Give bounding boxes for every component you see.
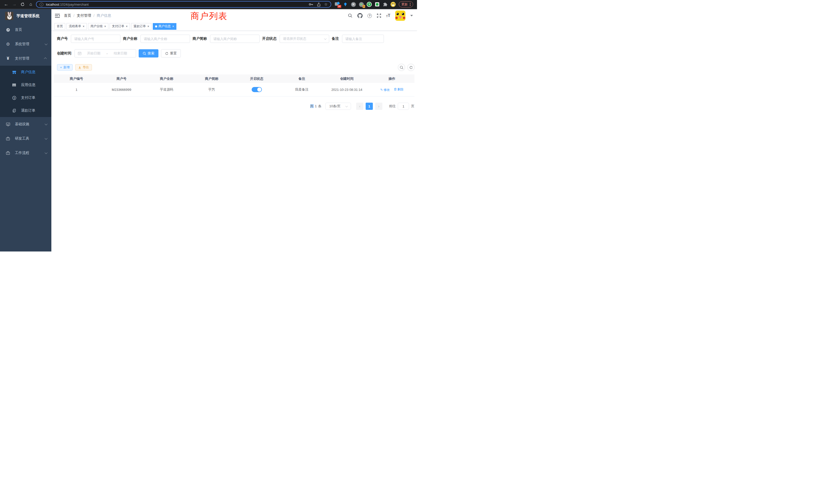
font-size-icon[interactable]: TT [386,14,390,18]
next-page-button[interactable]: › [375,102,382,110]
page-size-select[interactable]: 10条/页 [325,102,351,110]
tab-refund-order[interactable]: 退款订单 × [131,23,152,30]
breadcrumb-payment[interactable]: 支付管理 [77,13,91,18]
chevron-down-icon [45,151,47,154]
shop-icon [11,70,17,74]
sidebar-item-infrastructure[interactable]: 基础设施 [0,117,51,131]
briefcase-icon [5,137,11,141]
bookmark-star-icon[interactable]: ☆ [324,2,328,7]
tab-pay-order[interactable]: 支付订单 × [110,23,130,30]
merchant-no-input[interactable] [74,37,117,41]
tab-close-icon[interactable]: × [83,25,85,28]
browser-forward-button[interactable]: → [10,1,19,8]
refresh-table-button[interactable] [408,64,414,71]
extension-y-icon[interactable]: Y [367,2,372,7]
plus-icon: + [60,66,62,69]
header-search-icon[interactable] [348,13,353,18]
url-text: localhost:1024/pay/merchant [46,3,89,6]
extension-gem-icon[interactable] [343,2,348,7]
tab-close-icon[interactable]: × [172,25,174,28]
search-button[interactable]: 搜索 [139,49,158,58]
page-number-current[interactable]: 1 [366,102,373,110]
pagination-total: 共 1 条 [310,104,322,109]
user-avatar[interactable] [395,10,405,21]
meet-badge: 1 [363,5,365,8]
pagination-total-highlighted: 共 [310,104,314,108]
tab-close-icon[interactable]: × [126,25,128,28]
tags-view-bar: 首页 流程表单 × 用户分组 × 支付订单 × 退款订单 × 商户信息 × [51,22,417,31]
sidebar-item-label: 应用信息 [21,83,36,87]
extension-doc-icon[interactable] [375,2,380,7]
sidebar-logo-row[interactable]: 芋道管理系统 [0,9,51,23]
remark-input[interactable] [345,37,380,41]
export-button[interactable]: 导出 [75,64,92,71]
tab-label: 支付订单 [112,24,124,28]
toggle-search-button[interactable] [398,64,405,71]
goto-page-input[interactable] [398,102,409,110]
cell-create-time: 2021-10-23 08:31:14 [324,88,370,92]
sidebar-item-home[interactable]: 首页 [0,23,51,37]
edit-pencil-icon: ✎ [380,88,383,92]
url-bar[interactable]: i localhost:1024/pay/merchant ☆ [36,1,331,8]
add-button[interactable]: + 新增 [57,64,73,71]
full-name-input[interactable] [144,37,187,41]
extension-command-icon[interactable]: ⌘ [351,2,356,7]
extension-meet-icon[interactable]: 1 [359,2,364,7]
cell-merchant-id: 1 [54,88,99,92]
breadcrumb-home[interactable]: 首页 [64,13,71,18]
full-name-label: 商户全称 [123,37,140,41]
page-info-icon[interactable]: i [40,3,43,6]
tab-close-icon[interactable]: × [147,25,149,28]
documents-icon [11,109,17,113]
command-glyph: ⌘ [351,2,356,7]
cell-full-name: 芋道源码 [144,87,189,92]
sidebar-item-pay-order[interactable]: ¥ 支付订单 [0,91,51,104]
github-icon[interactable] [357,13,363,18]
browser-back-button[interactable]: ← [2,1,10,8]
tab-close-icon[interactable]: × [104,25,106,28]
reset-button[interactable]: 重置 [161,49,181,58]
fullscreen-icon[interactable] [377,13,381,18]
table-header: 开启状态 [234,76,279,81]
browser-toolbar: ← → ⌂ i localhost:1024/pay/merchant ☆ 10… [0,0,417,9]
table-header: 操作 [370,76,415,81]
sidebar-item-app-info[interactable]: 应用信息 [0,78,51,91]
sidebar-item-payment[interactable]: ¥ 支付管理 [0,51,51,66]
yen-circle-icon: ¥ [11,96,17,100]
browser-reload-button[interactable] [19,1,27,8]
tab-label: 商户信息 [158,24,171,28]
password-key-icon[interactable] [309,3,313,6]
sidebar-item-dev-tools[interactable]: 研发工具 [0,131,51,146]
share-icon[interactable] [317,3,321,6]
status-toggle[interactable] [251,87,262,92]
sidebar-item-system[interactable]: ⚙ 系统管理 [0,37,51,51]
edit-link[interactable]: ✎ 修改 [380,88,390,92]
monitor-icon [5,122,11,127]
tab-label: 用户分组 [90,24,103,28]
breadcrumb-separator: / [73,14,74,18]
extensions-puzzle-icon[interactable] [382,2,388,7]
help-icon[interactable]: ? [368,14,372,18]
tab-process-form[interactable]: 流程表单 × [66,23,87,30]
short-name-input[interactable] [213,37,256,41]
browser-profile-avatar[interactable] [391,2,396,7]
prev-page-button[interactable]: ‹ [356,102,363,110]
delete-link[interactable]: 删除 [394,87,404,92]
extension-grid-icon[interactable]: 10 [335,2,340,7]
avatar-dropdown-caret-icon[interactable] [410,15,413,17]
tab-user-group[interactable]: 用户分组 × [88,23,108,30]
tab-merchant-info[interactable]: 商户信息 × [153,23,176,30]
browser-home-button[interactable]: ⌂ [27,1,35,8]
sidebar-item-refund-order[interactable]: 退款订单 [0,104,51,117]
browser-update-button[interactable]: 更新 [399,1,413,7]
status-select-placeholder: 请选择开启状态 [283,37,306,41]
remark-label: 备注 [332,37,342,41]
status-select[interactable]: 请选择开启状态 [280,35,329,43]
browser-menu-icon[interactable] [410,3,411,6]
tab-home[interactable]: 首页 [54,23,65,30]
sidebar-item-workflow[interactable]: 工作流程 [0,146,51,160]
sidebar-toggle-hamburger-icon[interactable] [55,14,60,18]
create-time-range-picker[interactable]: 开始日期 - 结束日期 [74,49,136,58]
sidebar-item-merchant-info[interactable]: 商户信息 [0,66,51,78]
pagination: 共 1 条 10条/页 ‹ 1 › 前往 页 [54,102,414,110]
